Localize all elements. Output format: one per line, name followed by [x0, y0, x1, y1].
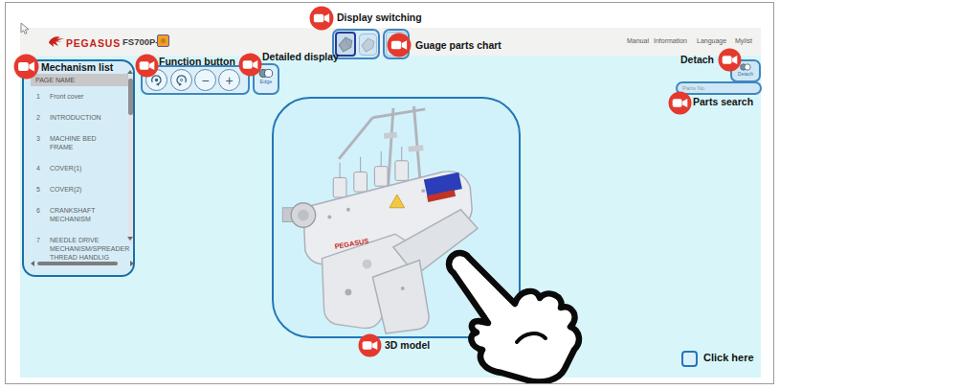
scroll-left-arrow-icon[interactable]	[31, 261, 34, 266]
column-name: NAME	[56, 77, 75, 83]
scroll-right-arrow-icon[interactable]	[130, 261, 134, 266]
horizontal-scrollbar-thumb[interactable]	[37, 262, 118, 266]
rotate-reset-button[interactable]	[170, 69, 192, 91]
video-camera-icon	[668, 91, 692, 115]
menu-language[interactable]: Language	[697, 37, 726, 44]
mechanism-row[interactable]: 6CRANKSHAFT MECHANISM	[31, 206, 127, 223]
video-camera-icon	[135, 54, 159, 78]
mechanism-row-name: COVER(1)	[50, 164, 121, 172]
menu-information[interactable]: Information	[654, 37, 687, 44]
mechanism-row-name: COVER(2)	[50, 185, 121, 194]
menu-manual[interactable]: Manual	[627, 37, 649, 44]
gauge-mini-button[interactable]	[157, 34, 169, 47]
minus-icon: −	[201, 74, 209, 87]
mouse-cursor-icon	[19, 22, 31, 35]
pegasus-logo-icon	[48, 34, 65, 49]
gauge-mini-glyph	[161, 38, 166, 43]
menu-mylist[interactable]: Mylist	[735, 37, 752, 44]
scroll-up-arrow-icon[interactable]	[127, 70, 133, 74]
click-here-label: Click here	[703, 352, 754, 363]
plus-icon: +	[225, 74, 233, 87]
brand-name: PEGASUS	[66, 37, 121, 49]
mechanism-row-page: 1	[31, 92, 50, 101]
video-camera-icon	[358, 333, 382, 357]
mechanism-table-header: PAGENAME	[31, 74, 128, 86]
callout-function-button: Function button	[159, 56, 235, 67]
screenshot-canvas: PEGASUS FS700P-A Manual Information Lang…	[0, 0, 980, 390]
mechanism-row-page: 2	[31, 113, 50, 122]
callout-detach: Detach	[680, 54, 714, 65]
mechanism-row[interactable]: 5COVER(2)	[31, 185, 127, 194]
mechanism-table-rows: 1Front cover2INTRODUCTION3MACHINE BED FR…	[31, 92, 127, 274]
app-window: PEGASUS FS700P-A Manual Information Lang…	[5, 2, 774, 384]
video-camera-icon	[718, 48, 742, 72]
machine-3d-thumbnail-icon	[337, 34, 354, 55]
video-camera-icon	[13, 54, 39, 80]
callout-gauge-parts-chart: Guage parts chart	[415, 39, 501, 51]
mechanism-row-page: 5	[31, 185, 50, 194]
display-section-view-button[interactable]	[359, 34, 377, 56]
mechanism-row[interactable]: 7NEEDLE DRIVE MECHANISM/SPREADER THREAD …	[31, 236, 127, 262]
mechanism-row[interactable]: 2INTRODUCTION	[31, 113, 127, 122]
callout-display-switching: Display switching	[337, 11, 422, 23]
mechanism-row-name: Front cover	[50, 92, 121, 101]
callout-parts-search: Parts search	[693, 96, 753, 107]
video-camera-icon	[387, 33, 412, 57]
mechanism-row-name: NEEDLE DRIVE MECHANISM/SPREADER THREAD H…	[50, 236, 121, 262]
rotate-reset-icon	[174, 73, 189, 87]
machine-3d-light-thumbnail-icon	[360, 34, 376, 55]
mechanism-row-page: 7	[31, 236, 50, 244]
pointing-hand-cursor-icon	[433, 248, 595, 384]
callout-detailed-display: Detailed display	[262, 51, 339, 62]
mechanism-row-name: CRANKSHAFT MECHANISM	[50, 206, 121, 223]
edge-button-label: Edge	[255, 79, 278, 84]
mechanism-row[interactable]: 4COVER(1)	[31, 164, 127, 172]
mechanism-row[interactable]: 3MACHINE BED FRAME	[31, 134, 127, 151]
mechanism-row-page: 3	[31, 134, 50, 143]
video-camera-icon	[238, 53, 262, 77]
mechanism-row-name: INTRODUCTION	[50, 113, 121, 122]
click-here-checkbox[interactable]	[681, 351, 698, 367]
mechanism-row-page: 4	[31, 164, 50, 172]
vertical-scrollbar-thumb[interactable]	[128, 79, 133, 115]
zoom-out-button[interactable]: −	[194, 69, 216, 91]
zoom-in-button[interactable]: +	[218, 69, 240, 91]
mechanism-row[interactable]: 1Front cover	[31, 92, 127, 101]
mechanism-row-name: MACHINE BED FRAME	[50, 134, 121, 151]
callout-mechanism-list: Mechanism list	[41, 61, 113, 73]
callout-3d-model: 3D model	[385, 339, 430, 351]
video-camera-icon	[309, 6, 334, 31]
scroll-down-arrow-icon[interactable]	[127, 237, 133, 241]
mechanism-row-page: 6	[31, 206, 50, 215]
